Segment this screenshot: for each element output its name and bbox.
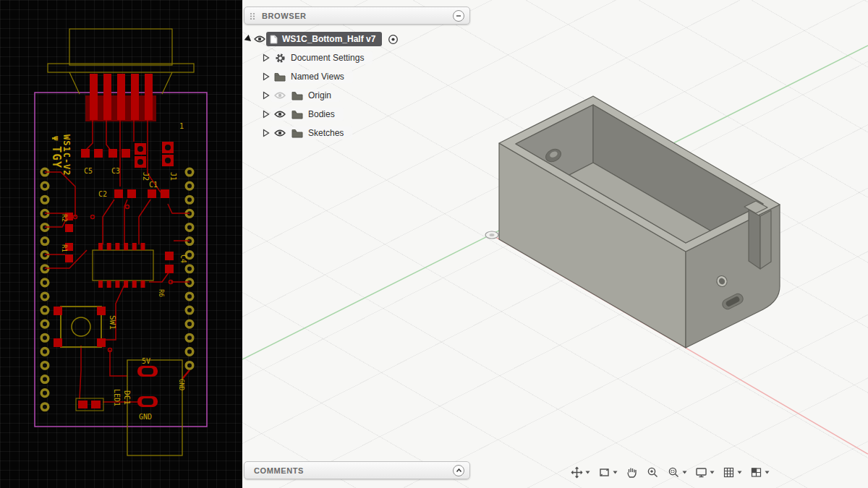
panel-grip-icon [250, 12, 257, 20]
folder-icon [291, 90, 304, 100]
silk-brand: TGY [50, 146, 63, 169]
silk-ref-j1: J1 [169, 172, 177, 181]
pan-hand-icon [625, 466, 639, 479]
origin-marker[interactable] [485, 231, 498, 239]
pan-arrows-button[interactable] [569, 465, 591, 480]
dropdown-caret-icon [613, 471, 618, 474]
silk-ref-c3: C3 [111, 167, 120, 175]
body-ws1c-bottom-half[interactable] [499, 96, 780, 348]
document-icon [270, 35, 278, 44]
silk-ref-dc1: DC1 [122, 390, 132, 405]
silk-ref-c4: C4 [179, 254, 187, 263]
silk-ref-r6: R6 [158, 289, 165, 297]
browser-root-item[interactable]: WS1C_Bottom_Half v7 [266, 32, 382, 46]
activate-target-icon[interactable] [386, 34, 399, 44]
pcb-editor-canvas[interactable]: WS1C-V2 Ψ TGY 1 C5 C3 J2 J1 C2 C1 R2 R1 … [0, 0, 242, 488]
browser-title: BROWSER [262, 12, 307, 20]
viewports-button[interactable] [749, 465, 770, 480]
silk-net-gnd-bottom: GND [139, 413, 152, 421]
screenshot-root: WS1C-V2 Ψ TGY 1 C5 C3 J2 J1 C2 C1 R2 R1 … [0, 0, 868, 488]
pcb-connector-pads [85, 74, 156, 121]
expander-icon[interactable] [261, 128, 271, 138]
comments-expand-button[interactable] [453, 465, 464, 476]
browser-item-named-views[interactable]: Named Views [244, 67, 470, 86]
cad-viewport[interactable]: BROWSER [242, 0, 868, 488]
pcb-vias [74, 205, 173, 352]
expander-icon[interactable] [261, 72, 271, 82]
browser-root-row[interactable]: WS1C_Bottom_Half v7 [244, 30, 470, 48]
root-eye-icon[interactable] [253, 34, 266, 44]
zoom-window-button[interactable] [666, 465, 688, 480]
browser-panel: BROWSER [244, 7, 470, 142]
zoom-window-icon [667, 466, 681, 479]
silk-ref-j2: J2 [142, 172, 150, 181]
minus-icon [456, 13, 461, 19]
silk-net-5v: 5V [142, 357, 150, 365]
item-label: Named Views [291, 72, 344, 82]
pan-arrows-icon [570, 466, 584, 479]
browser-item-sketches[interactable]: Sketches [244, 124, 470, 142]
browser-collapse-button[interactable] [453, 10, 464, 22]
silk-ref-c1: C1 [149, 181, 158, 189]
pan-hand-button[interactable] [624, 465, 639, 480]
silk-net-gnd-side: GND [178, 379, 185, 390]
pcb-through-holes [45, 172, 190, 419]
fit-view-button[interactable] [597, 465, 618, 480]
root-expander-icon[interactable] [244, 34, 253, 44]
dropdown-caret-icon [765, 471, 770, 474]
eye-icon[interactable] [273, 109, 286, 119]
expander-icon[interactable] [261, 53, 271, 63]
fit-view-icon [597, 466, 611, 479]
silk-brand-logo: Ψ [50, 136, 59, 141]
dropdown-caret-icon [737, 471, 742, 474]
item-label: Bodies [308, 109, 335, 119]
display-settings-icon [694, 466, 708, 479]
silk-ref-c5: C5 [84, 167, 93, 175]
chevron-up-icon [456, 468, 462, 474]
dropdown-caret-icon [710, 471, 715, 474]
zoom-icon [646, 466, 660, 479]
silk-ref-r1: R1 [61, 244, 68, 252]
silk-ref-led1: LED1 [113, 389, 121, 406]
grid-snaps-button[interactable] [721, 465, 743, 480]
comments-title: COMMENTS [254, 466, 304, 475]
eye-icon[interactable] [273, 128, 286, 138]
folder-icon [273, 72, 286, 82]
dropdown-caret-icon [682, 471, 687, 474]
comments-header[interactable]: COMMENTS [244, 461, 470, 479]
root-label: WS1C_Bottom_Half v7 [282, 34, 375, 44]
item-label: Origin [308, 90, 331, 100]
silk-pin1: 1 [179, 122, 184, 130]
browser-item-bodies[interactable]: Bodies [244, 105, 470, 124]
folder-icon [291, 128, 304, 138]
expander-icon[interactable] [261, 90, 271, 100]
display-settings-button[interactable] [694, 465, 715, 480]
item-label: Document Settings [291, 53, 364, 63]
eye-off-icon[interactable] [273, 90, 286, 100]
item-label: Sketches [308, 128, 344, 138]
grid-snaps-icon [722, 466, 736, 479]
browser-header[interactable]: BROWSER [244, 7, 470, 25]
browser-item-document-settings[interactable]: Document Settings [244, 48, 470, 67]
browser-item-origin[interactable]: Origin [244, 86, 470, 105]
silk-ref-r2: R2 [61, 214, 68, 222]
folder-icon [291, 109, 304, 119]
browser-tree: WS1C_Bottom_Half v7 Documen [244, 30, 470, 142]
zoom-button[interactable] [645, 465, 660, 480]
gear-icon [273, 53, 286, 63]
expander-icon[interactable] [261, 109, 271, 119]
navigation-toolbar [569, 465, 770, 480]
silk-ref-sw1: SW1 [108, 315, 117, 330]
silk-ref-c2: C2 [98, 190, 107, 198]
viewports-icon [749, 466, 763, 479]
comments-panel: COMMENTS [244, 461, 470, 479]
dropdown-caret-icon [585, 471, 590, 474]
